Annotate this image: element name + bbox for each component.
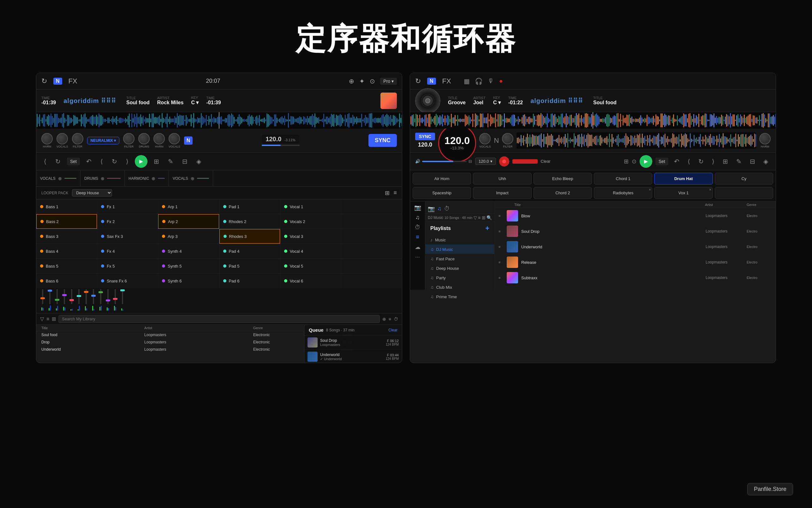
set-btn[interactable]: Set [67,158,80,165]
track-row[interactable]: ≡ Underworld Loopmasters Electro [495,239,776,255]
looper-pack-select[interactable]: Deep House [72,189,112,197]
cue-back-btn[interactable]: ↶ [84,156,94,167]
sort-icon[interactable]: ⊕ [382,316,386,322]
fader-track[interactable] [122,289,123,304]
drums-isolate[interactable]: ⊕ [101,176,104,181]
pro-button[interactable]: Pro ▾ [380,78,397,85]
harm-knob[interactable] [41,133,53,144]
pad2-icon[interactable]: ⊟ [180,156,190,167]
loop-cell[interactable]: Rhodes 2 [220,214,280,229]
fader-track[interactable] [78,289,80,304]
tab-camera[interactable]: 📷 [428,205,435,212]
right-n-button[interactable]: N [427,78,436,85]
list-btn[interactable]: ≡ [478,215,480,220]
radiobytes-close[interactable]: × [649,188,651,192]
track-row[interactable]: ≡ Release Loopmasters Electro [495,255,776,270]
track-row[interactable]: ≡ Subtraxx Loopmasters Electro [495,270,776,286]
loop-cell[interactable]: Vocal 4 [280,244,341,258]
fader-track[interactable] [100,289,101,304]
settings-icon[interactable]: ⊕ [349,77,354,85]
harm2-knob[interactable] [153,133,165,144]
hotcue-vox1[interactable]: Vox 1 × [654,187,713,199]
loop-cell[interactable]: Arp 3 [158,229,219,244]
fader-track[interactable] [114,289,116,304]
loop-cell[interactable]: Bass 2 [36,214,97,229]
right-loop-icon[interactable]: ↻ [415,77,421,85]
loop-cell[interactable]: Fx 5 [97,259,158,273]
loop-cell[interactable]: Vocal 6 [280,273,341,288]
right-n-icon[interactable]: N [494,136,499,145]
ff-btn[interactable]: ⟩ [124,156,131,167]
right-mic2-icon[interactable]: ◈ [761,156,771,167]
filter-knob[interactable] [72,133,83,144]
playlist-item[interactable]: ♫Deep House [425,263,494,273]
loop-cell[interactable]: Fx 2 [97,214,158,229]
n-badge[interactable]: N [184,136,193,145]
pad-icon[interactable]: ⊞ [151,156,162,167]
playlist-item[interactable]: ♫Fast Pace [425,254,494,263]
loop-icon[interactable]: ↻ [41,77,47,85]
clock-icon2[interactable]: ⏱ [415,224,421,230]
hotcue-radiobytes[interactable]: Radiobytes × [594,187,652,199]
fader-track[interactable] [93,289,94,304]
sort2-icon[interactable]: ≡ [389,316,391,322]
loop-cell[interactable]: Pad 5 [220,259,280,273]
list-view-btn[interactable]: ≡ [393,189,397,196]
neural-mix-btn[interactable]: NEURALMIX ▾ [87,137,120,144]
right-vocals-knob[interactable] [479,133,491,144]
fader-track[interactable] [107,289,109,304]
grid-view-btn[interactable]: ⊞ [385,189,390,197]
loop-cell[interactable]: Vocal 5 [280,259,341,273]
playlist-item[interactable]: ♫DJ Music [425,245,494,254]
queue-row[interactable]: Underworld ✓ Underworld F 03:44 124 BPM [304,350,402,363]
clear-btn[interactable]: Clear [388,328,397,332]
right-filter-knob[interactable] [502,133,513,144]
record-btn[interactable] [499,156,509,167]
music-icon[interactable]: ♫ [416,214,420,221]
rw-btn[interactable]: ⟨ [98,156,105,167]
volume-slider[interactable] [422,161,467,162]
track-row[interactable]: ≡ Blow Loopmasters Electro [495,208,776,224]
loop-cell[interactable]: Pad 6 [220,273,280,288]
sync-icon[interactable]: ⊙ [370,77,375,85]
hotcue-echo-bleep[interactable]: Echo Bleep [533,173,592,184]
loop-cell[interactable]: Synth 5 [158,259,219,273]
right-fx-button[interactable]: FX [442,77,451,85]
loop-cell[interactable]: Snare Fx 6 [97,273,158,288]
play-button[interactable]: ▶ [135,155,147,168]
hotcue-empty[interactable] [715,187,773,199]
right-clear-btn[interactable]: Clear [541,159,551,164]
right-rw-btn[interactable]: ⟨ [685,156,692,167]
right-pen-icon[interactable]: ✎ [734,156,744,167]
playlist-item[interactable]: ♪Music [425,235,494,245]
right-wave-icon[interactable]: ⊙ [632,158,636,165]
hotcue-impact[interactable]: Impact [473,187,531,199]
search-input[interactable] [58,315,379,323]
right-sync2-btn[interactable]: ↻ [696,156,706,167]
loop-cell[interactable]: Synth 4 [158,244,219,258]
loop-cell[interactable]: Bass 1 [36,199,97,214]
right-grid-icon[interactable]: ⊞ [624,158,629,165]
sync-display-btn[interactable]: SYNC [415,133,435,140]
loop-cell[interactable]: Arp 1 [158,199,219,214]
track-row[interactable]: ≡ Soul Drop Loopmasters Electro [495,224,776,239]
pitch-slider[interactable] [262,145,300,146]
loop-cell[interactable]: Pad 4 [220,244,280,258]
filter-btn[interactable]: ▽ [474,215,477,220]
clock-icon[interactable]: ⏱ [394,316,398,322]
loop-cell[interactable]: Arp 2 [158,214,219,229]
right-pad-icon[interactable]: ⊞ [720,156,730,167]
right-pad2-icon[interactable]: ⊟ [747,156,758,167]
right-key-value[interactable]: C ▾ [493,99,501,105]
hotcue-cy[interactable]: Cy [715,173,773,184]
prev-btn[interactable]: ⟨ [41,156,49,167]
tab-clock[interactable]: ⏱ [444,205,450,212]
loop-cell[interactable]: Bass 4 [36,244,97,258]
loop-btn[interactable]: ↻ [53,156,63,167]
loop-cell[interactable]: Vocal 3 [280,229,341,244]
fader-track[interactable] [86,289,87,304]
playlist-item[interactable]: ♫Party [425,273,494,283]
cloud-icon[interactable]: ☁ [415,244,421,251]
fader-track[interactable] [42,289,43,304]
loop-cell[interactable]: Bass 3 [36,229,97,244]
